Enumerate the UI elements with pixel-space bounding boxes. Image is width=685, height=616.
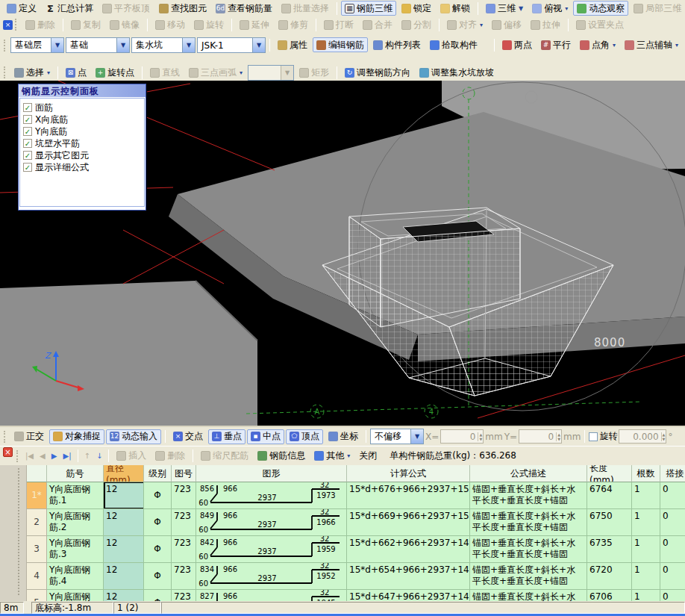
cell-lap[interactable]: 0 bbox=[660, 509, 685, 536]
adjust-rebar-direction-button[interactable]: ↻调整钢筋方向 bbox=[341, 65, 414, 80]
cell-count[interactable]: 1 bbox=[632, 509, 660, 536]
toolbar-grip[interactable] bbox=[4, 431, 7, 443]
table-row[interactable]: 2 Y向底面钢筋.2 12 Φ 723 849 966 60 2937 32 1… bbox=[27, 509, 685, 536]
table-grip[interactable] bbox=[18, 468, 19, 595]
orbit-button[interactable]: 动态观察 bbox=[573, 1, 628, 16]
cell-figure-no[interactable]: 723 bbox=[172, 536, 196, 563]
category-select[interactable]: 基础▼ bbox=[66, 37, 130, 53]
toolbar-grip[interactable] bbox=[4, 40, 7, 52]
element-list-button[interactable]: 构件列表 bbox=[369, 37, 425, 52]
spinner-arrows-icon[interactable]: ▲▼ bbox=[556, 432, 561, 441]
checkbox-checked-icon[interactable]: ✓ bbox=[23, 103, 32, 112]
cell-length[interactable]: 6735 bbox=[587, 536, 632, 563]
three-point-aux-axis-button[interactable]: 三点辅轴▾ bbox=[621, 37, 682, 52]
rebar-info-button[interactable]: 钢筋信息 bbox=[254, 449, 309, 464]
cell-formula-desc[interactable]: 锚固+垂直长度+斜长+水平长度+垂直长度+锚固 bbox=[470, 536, 587, 563]
move-row-up-button[interactable]: ↑ bbox=[82, 452, 93, 460]
rotate-point-tool-button[interactable]: +旋转点 bbox=[92, 65, 138, 80]
header-length[interactable]: 长度(mm) bbox=[587, 465, 632, 482]
viewport-3d[interactable]: A 4 8000 bbox=[0, 81, 685, 426]
cell-formula-desc[interactable]: 锚固+垂直长度+斜长+水平长度+垂直长度+锚固 bbox=[470, 590, 587, 601]
adjust-pit-slope-button[interactable]: 调整集水坑放坡 bbox=[416, 65, 498, 80]
nav-last-button[interactable]: ▶| bbox=[60, 452, 73, 460]
header-count[interactable]: 根数 bbox=[632, 465, 660, 482]
header-lap[interactable]: 搭接 bbox=[660, 465, 685, 482]
summary-calc-button[interactable]: Σ汇总计算 bbox=[42, 1, 97, 16]
header-diameter[interactable]: 直径(mm) bbox=[104, 465, 144, 482]
align-button[interactable]: 对齐▾ bbox=[443, 17, 487, 32]
properties-button[interactable]: 属性 bbox=[274, 37, 311, 52]
cell-formula-desc[interactable]: 锚固+垂直长度+斜长+水平长度+垂直长度+锚固 bbox=[470, 563, 587, 590]
nav-prev-button[interactable]: ◀ bbox=[37, 452, 48, 460]
define-button[interactable]: 定义 bbox=[3, 1, 40, 16]
cell-length[interactable]: 6764 bbox=[587, 482, 632, 509]
unlock-button[interactable]: 解锁 bbox=[437, 1, 474, 16]
cell-lap[interactable]: 0 bbox=[660, 563, 685, 590]
delete-row-button[interactable]: 删除 bbox=[151, 449, 189, 464]
offset-mode-select[interactable]: 不偏移▼ bbox=[370, 429, 424, 444]
osnap-button[interactable]: 对象捕捉 bbox=[49, 429, 104, 444]
top-view-button[interactable]: 俯视▾ bbox=[528, 1, 572, 16]
table-row[interactable]: 5 Y向底面钢筋.5 12 Φ 723 827 966 60 2937 32 1… bbox=[27, 590, 685, 601]
cell-formula[interactable]: 15*d+676+966+2937+1513+41*d bbox=[347, 482, 470, 509]
cell-figure-no[interactable]: 723 bbox=[172, 590, 196, 601]
parallel-axis-button[interactable]: #平行 bbox=[537, 37, 575, 52]
cell-grade[interactable]: Φ bbox=[144, 509, 172, 536]
panel-item-show-other-elements[interactable]: ✓显示其它图元 bbox=[23, 149, 143, 161]
cell-formula-desc[interactable]: 锚固+垂直长度+斜长+水平长度+垂直长度+锚固 bbox=[470, 482, 587, 509]
panel-item-pit-wall-rebar[interactable]: ✓坑壁水平筋 bbox=[23, 137, 143, 149]
cell-length[interactable]: 6720 bbox=[587, 563, 632, 590]
extend-button[interactable]: 延伸 bbox=[236, 17, 273, 32]
lock-button[interactable]: 锁定 bbox=[398, 1, 435, 16]
panel-item-y-bottom-rebar[interactable]: ✓Y向底筋 bbox=[23, 125, 143, 137]
cell-length[interactable]: 6706 bbox=[587, 590, 632, 601]
view-rebar-qty-button[interactable]: 6d查看钢筋量 bbox=[212, 1, 276, 16]
mirror-button[interactable]: 镜像 bbox=[106, 17, 143, 32]
nav-first-button[interactable]: |◀ bbox=[23, 452, 36, 460]
spin-down-icon[interactable]: ▼ bbox=[557, 437, 560, 441]
chevron-down-icon[interactable]: ▼ bbox=[252, 38, 265, 52]
checkbox-checked-icon[interactable]: ✓ bbox=[23, 127, 32, 136]
dropdown-arrow-icon[interactable]: ▾ bbox=[47, 69, 50, 76]
table-row[interactable]: 3 Y向底面钢筋.3 12 Φ 723 842 966 60 2937 32 1… bbox=[27, 536, 685, 563]
delete-button[interactable]: 删除 bbox=[22, 17, 59, 32]
panel-item-show-detailed-formula[interactable]: ✓显示详细公式 bbox=[23, 161, 143, 173]
chevron-down-icon[interactable]: ▼ bbox=[410, 429, 423, 444]
spinner-arrows-icon[interactable]: ▲▼ bbox=[478, 432, 483, 441]
cell-formula[interactable]: 15*d+654+966+2937+1491+41*d bbox=[347, 563, 470, 590]
spin-down-icon[interactable]: ▼ bbox=[479, 437, 482, 441]
header-grade[interactable]: 级别 bbox=[144, 465, 172, 482]
table-row[interactable]: 1* Y向底面钢筋.1 12 Φ 723 856 966 60 2937 32 … bbox=[27, 482, 685, 509]
rebar-display-panel[interactable]: 钢筋显示控制面板 ✓面筋 ✓X向底筋 ✓Y向底筋 ✓坑壁水平筋 ✓显示其它图元 … bbox=[18, 84, 146, 211]
intersection-snap-button[interactable]: ×交点 bbox=[169, 429, 207, 444]
cell-figure-no[interactable]: 723 bbox=[172, 563, 196, 590]
cell-diameter[interactable]: 12 bbox=[104, 536, 144, 563]
vertex-snap-button[interactable]: ⬠顶点 bbox=[286, 429, 323, 444]
point-angle-axis-button[interactable]: 点角▾ bbox=[576, 37, 619, 52]
ortho-button[interactable]: 正交 bbox=[10, 429, 48, 444]
stretch-button[interactable]: 拉伸 bbox=[527, 17, 564, 32]
cell-figure-no[interactable]: 723 bbox=[172, 482, 196, 509]
cell-count[interactable]: 1 bbox=[632, 482, 660, 509]
cell-rebar-name[interactable]: Y向底面钢筋.4 bbox=[47, 563, 104, 590]
toolbar-grip[interactable] bbox=[16, 450, 19, 462]
cell-shape[interactable]: 849 966 60 2937 32 1966 bbox=[196, 509, 347, 536]
panel-item-surface-rebar[interactable]: ✓面筋 bbox=[23, 102, 143, 113]
cell-lap[interactable]: 0 bbox=[660, 482, 685, 509]
header-formula[interactable]: 计算公式 bbox=[347, 465, 470, 482]
cell-grade[interactable]: Φ bbox=[144, 536, 172, 563]
angle-input[interactable]: 0.000▲▼ bbox=[619, 429, 666, 444]
header-formula-desc[interactable]: 公式描述 bbox=[470, 465, 587, 482]
row-number[interactable]: 5 bbox=[27, 590, 47, 601]
select-tool-button[interactable]: 选择▾ bbox=[10, 65, 54, 80]
dropdown-arrow-icon[interactable]: ▾ bbox=[347, 452, 350, 459]
view-3d-button[interactable]: 三维▼ bbox=[482, 1, 527, 16]
dropdown-arrow-icon[interactable]: ▾ bbox=[613, 42, 616, 49]
toolbar-grip[interactable] bbox=[15, 19, 18, 31]
cell-count[interactable]: 1 bbox=[632, 536, 660, 563]
toolbar-grip[interactable] bbox=[4, 66, 7, 78]
offset-button[interactable]: 偏移 bbox=[488, 17, 525, 32]
cell-grade[interactable]: Φ bbox=[144, 590, 172, 601]
cell-count[interactable]: 1 bbox=[632, 563, 660, 590]
header-figure-no[interactable]: 图号 bbox=[172, 465, 196, 482]
